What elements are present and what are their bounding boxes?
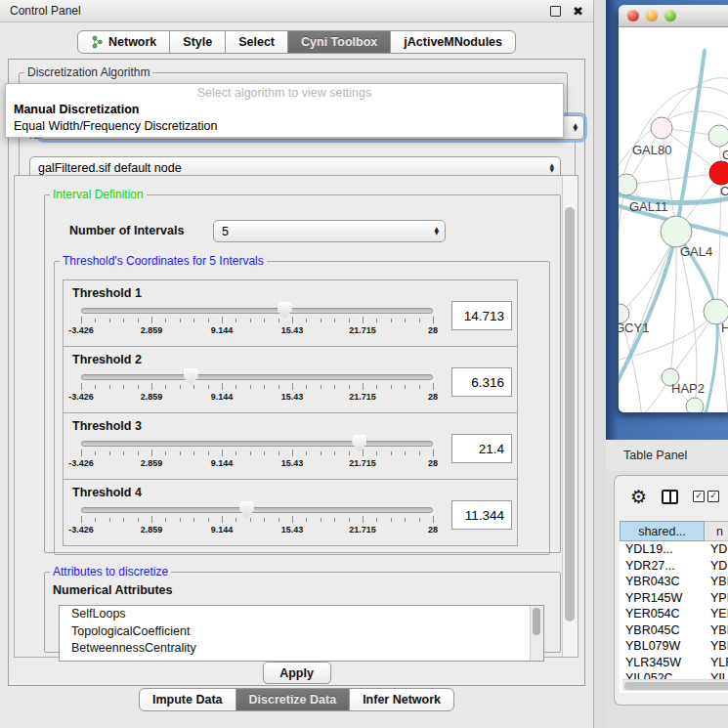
settings-scrollbar[interactable] bbox=[562, 176, 578, 657]
node-gal4[interactable] bbox=[661, 216, 692, 247]
close-icon[interactable]: ✖ bbox=[573, 5, 583, 18]
apply-button[interactable]: Apply bbox=[263, 662, 331, 684]
tick-mark bbox=[138, 385, 139, 389]
horizontal-scrollbar[interactable] bbox=[622, 679, 728, 691]
column-header-name[interactable]: n bbox=[705, 521, 728, 541]
list-item[interactable]: BetweennessCentrality bbox=[60, 640, 543, 658]
threshold-4-slider[interactable]: -3.4262.8599.14415.4321.71528 bbox=[81, 500, 433, 535]
tick-mark bbox=[81, 516, 82, 523]
node-partial-bottom[interactable] bbox=[686, 398, 704, 412]
float-window-icon[interactable] bbox=[550, 6, 561, 17]
network-window-titlebar[interactable] bbox=[619, 5, 728, 27]
table-row[interactable]: YLR345WYLR3 bbox=[620, 655, 728, 671]
cell-shared-name[interactable]: YDL19... bbox=[620, 542, 705, 556]
cell-name[interactable]: YBL0 bbox=[705, 639, 728, 653]
slider-tick-labels: -3.4262.8599.14415.4321.71528 bbox=[81, 525, 433, 535]
node-partial-top-right[interactable] bbox=[708, 125, 728, 147]
horizontal-scrollbar-thumb[interactable] bbox=[624, 682, 728, 690]
minimize-traffic-light-icon[interactable] bbox=[646, 10, 658, 21]
columns-icon[interactable] bbox=[662, 490, 678, 504]
tick-mark bbox=[278, 319, 279, 322]
cell-name[interactable]: YER0 bbox=[705, 607, 728, 621]
threshold-stack: Threshold 1 -3.4262.8599.14415.4321.7152… bbox=[63, 279, 518, 546]
number-of-intervals-value: 5 bbox=[222, 225, 229, 238]
cell-name[interactable]: YLR3 bbox=[705, 656, 728, 669]
slider-track[interactable] bbox=[81, 507, 433, 513]
threshold-1-value-field[interactable]: 14.713 bbox=[451, 301, 512, 330]
cell-shared-name[interactable]: YPR145W bbox=[620, 591, 705, 605]
select-columns-icon[interactable]: ✓ ✓ bbox=[693, 491, 719, 502]
tab-select[interactable]: Select bbox=[225, 30, 288, 54]
threshold-1-slider[interactable]: -3.4262.8599.14415.4321.71528 bbox=[81, 301, 433, 336]
numerical-attributes-list[interactable]: SelfLoops TopologicalCoefficient Between… bbox=[59, 605, 544, 662]
tab-jactivemnodules[interactable]: jActiveMNodules bbox=[390, 30, 516, 54]
cell-name[interactable]: YDL1 bbox=[705, 542, 728, 556]
tick-mark bbox=[151, 516, 152, 523]
table-row[interactable]: YBL079WYBL0 bbox=[620, 638, 728, 655]
tick-label: 28 bbox=[428, 325, 438, 335]
cell-shared-name[interactable]: YER054C bbox=[620, 607, 705, 621]
threshold-2-panel: Threshold 2 -3.4262.8599.14415.4321.7152… bbox=[63, 346, 518, 413]
threshold-2-slider[interactable]: -3.4262.8599.14415.4321.71528 bbox=[81, 367, 433, 403]
slider-track[interactable] bbox=[81, 441, 433, 447]
cell-shared-name[interactable]: YLR345W bbox=[620, 656, 705, 669]
list-item[interactable]: TopologicalCoefficient bbox=[60, 623, 543, 641]
node-red-selected[interactable] bbox=[709, 161, 728, 185]
tick-mark bbox=[123, 451, 124, 455]
close-traffic-light-icon[interactable] bbox=[627, 10, 639, 21]
tab-infer-network[interactable]: Infer Network bbox=[349, 688, 454, 711]
cell-shared-name[interactable]: YBR045C bbox=[620, 623, 705, 637]
dropdown-option-manual-discretization[interactable]: Manual Discretization bbox=[6, 102, 563, 118]
network-icon bbox=[91, 35, 103, 49]
tab-cyni-toolbox[interactable]: Cyni Toolbox bbox=[287, 30, 391, 54]
tab-discretize-data[interactable]: Discretize Data bbox=[236, 688, 351, 711]
list-scrollbar[interactable] bbox=[530, 606, 543, 661]
cell-name[interactable]: YBR0 bbox=[705, 575, 728, 588]
tick-label: 2.859 bbox=[141, 525, 163, 535]
threshold-1-panel: Threshold 1 -3.4262.8599.14415.4321.7152… bbox=[63, 279, 518, 347]
zoom-traffic-light-icon[interactable] bbox=[664, 10, 676, 21]
table-row[interactable]: YPR145WYPR1 bbox=[620, 590, 728, 607]
tick-mark bbox=[419, 319, 420, 322]
dropdown-option-equal-width-frequency[interactable]: Equal Width/Frequency Discretization bbox=[6, 118, 563, 135]
tick-mark bbox=[391, 451, 392, 455]
tick-mark bbox=[208, 451, 209, 455]
gear-icon[interactable]: ⚙ bbox=[630, 488, 647, 506]
cell-shared-name[interactable]: YBL079W bbox=[620, 639, 705, 653]
table-row[interactable]: YER054CYER0 bbox=[620, 606, 728, 622]
tick-mark bbox=[208, 319, 209, 322]
node-gal80[interactable] bbox=[651, 117, 672, 139]
cell-name[interactable]: YDR2 bbox=[705, 559, 728, 573]
table-row[interactable]: YBR043CYBR0 bbox=[620, 574, 728, 590]
number-of-intervals-combobox[interactable]: 5 ▲▼ bbox=[213, 220, 446, 242]
tick-mark bbox=[193, 319, 194, 322]
network-canvas[interactable]: GAL80 GAL11 GAL4 GCY1 HAP2 GA C H bbox=[619, 27, 728, 412]
tab-network[interactable]: Network bbox=[77, 30, 170, 54]
cell-shared-name[interactable]: YBR043C bbox=[620, 575, 705, 588]
settings-scrollbar-thumb[interactable] bbox=[565, 207, 575, 621]
slider-track[interactable] bbox=[81, 374, 433, 380]
table-row[interactable]: YDL19...YDL1 bbox=[620, 541, 728, 558]
tick-label: 21.715 bbox=[349, 458, 376, 468]
cell-shared-name[interactable]: YDR27... bbox=[620, 559, 705, 573]
node-gal11[interactable] bbox=[619, 174, 637, 195]
list-item[interactable]: SelfLoops bbox=[60, 606, 543, 623]
threshold-2-value-field[interactable]: 6.316 bbox=[451, 367, 512, 397]
node-table[interactable]: shared... n YDL19...YDL1 YDR27...YDR2 YB… bbox=[620, 521, 728, 693]
tick-mark bbox=[363, 383, 364, 390]
list-scrollbar-thumb[interactable] bbox=[533, 608, 540, 635]
threshold-4-value-field[interactable]: 11.344 bbox=[451, 500, 512, 530]
table-row[interactable]: YDR27...YDR2 bbox=[620, 558, 728, 575]
tab-style[interactable]: Style bbox=[169, 30, 226, 54]
tab-impute-data[interactable]: Impute Data bbox=[139, 688, 236, 711]
slider-track[interactable] bbox=[81, 308, 433, 314]
tick-mark bbox=[123, 385, 124, 389]
table-row[interactable]: YBR045CYBR0 bbox=[620, 622, 728, 639]
threshold-3-slider[interactable]: -3.4262.8599.14415.4321.71528 bbox=[81, 434, 433, 469]
cell-name[interactable]: YBR0 bbox=[705, 623, 728, 637]
threshold-3-value-field[interactable]: 21.4 bbox=[451, 434, 512, 463]
cell-name[interactable]: YPR1 bbox=[705, 591, 728, 605]
combo-stepper-icon: ▲▼ bbox=[549, 163, 554, 172]
column-header-shared-name[interactable]: shared... bbox=[620, 521, 705, 541]
table-data-value: galFiltered.sif default node bbox=[38, 161, 182, 175]
